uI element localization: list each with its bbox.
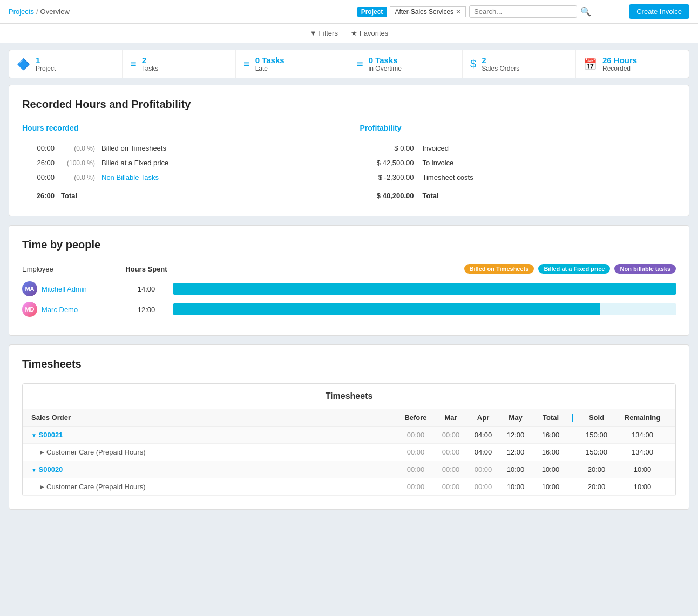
ts-col-total-header: Total [532, 414, 570, 422]
employee-row-marc: MD Marc Demo 12:00 [22, 302, 676, 317]
filter-bar: ▼ Filters ★ Favorites [0, 24, 698, 43]
profitability-col-title: Profitability [360, 124, 676, 132]
ts-may-s00020: 10:00 [499, 465, 532, 473]
ts-so-name-s00021[interactable]: ▼ S00021 [31, 431, 397, 439]
profit-row-invoiced: $ 0.00 Invoiced [360, 141, 676, 155]
profitability-column: Profitability $ 0.00 Invoiced $ 42,500.0… [360, 124, 676, 203]
hours-cell-mitchell: 14:00 [119, 285, 173, 293]
stat-sales-orders[interactable]: $ 2 Sales Orders [463, 50, 576, 78]
stat-projects-label: Project [36, 65, 56, 72]
ts-col-apr-header: Apr [467, 414, 499, 422]
ts-sold-s00021: 150:00 [575, 431, 618, 439]
legend-fixed: Billed at a Fixed price [538, 264, 610, 274]
favorites-button[interactable]: ★ Favorites [351, 29, 388, 37]
ts-apr-cc2: 00:00 [467, 483, 499, 491]
chevron-right-2: ▶ [40, 484, 44, 490]
create-invoice-button[interactable]: Create Invoice [629, 4, 689, 19]
employee-cell-marc: MD Marc Demo [22, 302, 119, 317]
breadcrumb-current: Overview [40, 8, 70, 16]
timesheets-table-title: Timesheets [23, 384, 675, 409]
ts-divider [572, 414, 573, 422]
avatar-mitchell: MA [22, 281, 37, 296]
hours-table: 00:00 (0.0 %) Billed on Timesheets 26:00… [22, 141, 338, 203]
ts-child-name-2: ▶ Customer Care (Prepaid Hours) [31, 483, 397, 491]
timesheets-table: Timesheets Sales Order Before Mar Apr Ma… [22, 383, 676, 496]
hours-row-timesheets: 00:00 (0.0 %) Billed on Timesheets [22, 141, 338, 155]
employee-name-marc[interactable]: Marc Demo [42, 306, 78, 314]
filter-icon: ▼ [310, 29, 317, 37]
ts-may-cc1: 12:00 [499, 448, 532, 456]
stat-tasks-overtime[interactable]: ≡ 0 Tasks in Overtime [349, 50, 463, 78]
ts-total-s00021: 16:00 [532, 431, 570, 439]
ts-remaining-s00021: 134:00 [618, 431, 667, 439]
stat-hours[interactable]: 📅 26 Hours Recorded [576, 50, 689, 78]
top-nav: Projects / Overview Project After-Sales … [0, 0, 698, 24]
timesheets-header: Sales Order Before Mar Apr May Total Sol… [23, 409, 675, 427]
ts-before-s00021: 00:00 [397, 431, 435, 439]
chevron-down-s00021: ▼ [31, 432, 37, 438]
ts-sold-s00020: 20:00 [575, 465, 618, 473]
ts-row-customer-care-1: ▶ Customer Care (Prepaid Hours) 00:00 00… [23, 444, 675, 461]
main-content: Recorded Hours and Profitability Hours r… [9, 85, 689, 510]
ts-mar-s00020: 00:00 [435, 465, 467, 473]
ts-before-cc2: 00:00 [397, 483, 435, 491]
ts-remaining-cc1: 134:00 [618, 448, 667, 456]
stat-tasks-overtime-label: in Overtime [369, 65, 402, 72]
timesheets-title: Timesheets [22, 358, 676, 370]
ts-row-customer-care-2: ▶ Customer Care (Prepaid Hours) 00:00 00… [23, 478, 675, 496]
profit-label-invoiced: Invoiced [414, 144, 676, 152]
ts-may-cc2: 10:00 [499, 483, 532, 491]
recorded-hours-title: Recorded Hours and Profitability [22, 98, 676, 111]
stat-projects[interactable]: 🔷 1 Project [9, 50, 123, 78]
stat-tasks-late[interactable]: ≡ 0 Tasks Late [236, 50, 349, 78]
recorded-hours-card: Recorded Hours and Profitability Hours r… [9, 85, 689, 216]
projects-link[interactable]: Projects [9, 8, 34, 16]
bar-fill-mitchell [173, 283, 676, 295]
search-input[interactable] [469, 5, 577, 18]
hours-pct-timesheets: (0.0 %) [55, 145, 95, 152]
bar-fill-marc [173, 303, 600, 315]
chevron-right-1: ▶ [40, 449, 44, 455]
stat-hours-label: Recorded [602, 65, 637, 72]
breadcrumb: Projects / Overview [9, 8, 319, 16]
ts-apr-s00020: 00:00 [467, 465, 499, 473]
profit-amount-to-invoice: $ 42,500.00 [360, 159, 414, 167]
hours-row-fixed: 26:00 (100.0 %) Billed at a Fixed price [22, 155, 338, 170]
hours-col-header: Hours Spent [119, 265, 173, 273]
ts-sold-cc1: 150:00 [575, 448, 618, 456]
bar-mitchell [173, 283, 676, 295]
ts-so-name-s00020[interactable]: ▼ S00020 [31, 465, 397, 473]
profit-label-to-invoice: To invoice [414, 159, 676, 167]
profit-total-amount: $ 40,200.00 [360, 192, 414, 200]
profit-amount-invoiced: $ 0.00 [360, 144, 414, 152]
employee-col-header: Employee [22, 265, 119, 273]
ts-col-remaining-header: Remaining [618, 414, 667, 422]
ts-before-s00020: 00:00 [397, 465, 435, 473]
legend-nonbillable: Non billable tasks [614, 264, 676, 274]
stat-hours-count: 26 Hours [602, 56, 637, 65]
profit-row-costs: $ -2,300.00 Timesheet costs [360, 170, 676, 185]
profit-table: $ 0.00 Invoiced $ 42,500.00 To invoice $… [360, 141, 676, 203]
ts-col-so-header: Sales Order [31, 414, 397, 422]
search-bar: Project After-Sales Services ✕ 🔍 [319, 5, 629, 18]
favorites-label: Favorites [360, 29, 388, 37]
time-by-people-card: Time by people Employee Hours Spent Bill… [9, 225, 689, 336]
stat-tasks[interactable]: ≡ 2 Tasks [123, 50, 236, 78]
ts-row-s00021: ▼ S00021 00:00 00:00 04:00 12:00 16:00 1… [23, 427, 675, 444]
hours-time-timesheets: 00:00 [22, 144, 55, 152]
hours-time-nonbillable: 00:00 [22, 173, 55, 181]
tag-close-icon[interactable]: ✕ [456, 8, 461, 16]
employee-name-mitchell[interactable]: Mitchell Admin [42, 285, 87, 293]
hours-label-nonbillable-link[interactable]: Non Billable Tasks [95, 173, 338, 181]
search-button[interactable]: 🔍 [580, 6, 591, 17]
profit-row-to-invoice: $ 42,500.00 To invoice [360, 155, 676, 170]
filters-button[interactable]: ▼ Filters [310, 29, 338, 37]
profit-amount-costs: $ -2,300.00 [360, 173, 414, 181]
tag-value: After-Sales Services ✕ [390, 6, 466, 17]
ts-apr-cc1: 04:00 [467, 448, 499, 456]
ts-remaining-cc2: 10:00 [618, 483, 667, 491]
ts-total-cc1: 16:00 [532, 448, 570, 456]
bar-fill-marc-light [600, 303, 676, 315]
calendar-icon: 📅 [584, 58, 597, 71]
tasks-icon: ≡ [130, 58, 137, 70]
